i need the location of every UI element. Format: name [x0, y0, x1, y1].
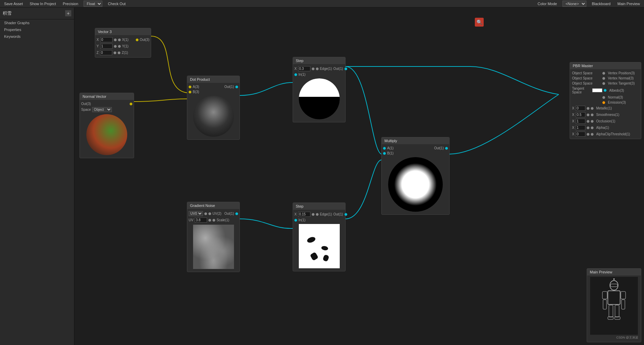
step-top-in-row: In(1): [293, 72, 345, 77]
v3-x-input[interactable]: [100, 37, 113, 42]
node-multiply-header[interactable]: Multiply: [382, 137, 449, 144]
pbr-in-alphaclip-2[interactable]: [591, 133, 594, 136]
pbr-in-metallic-2[interactable]: [591, 107, 594, 110]
pbr-albedo-swatch[interactable]: [592, 88, 602, 92]
node-dotproduct-header[interactable]: Dot Product: [187, 76, 239, 83]
dot-a-port[interactable]: [189, 86, 191, 88]
step-top-out-port[interactable]: [345, 68, 347, 70]
pbr-x-alpha: X: [572, 126, 574, 130]
main-preview-button[interactable]: Main Preview: [616, 1, 641, 6]
node-dot-product: Dot Product A(3) Out(1) B(3): [187, 76, 240, 140]
gradient-scale-mid[interactable]: [213, 219, 215, 222]
step-top-x-input[interactable]: [298, 66, 310, 71]
gradient-uv-mid[interactable]: [208, 212, 211, 215]
gradient-uv-select[interactable]: UV0 UV1: [189, 211, 203, 216]
pbr-in-vertex-norm[interactable]: [602, 77, 605, 80]
v3-y-input[interactable]: [100, 44, 113, 49]
sidebar-item-properties[interactable]: Properties: [0, 26, 74, 33]
normal-space-select[interactable]: Object World Tangent: [92, 107, 112, 112]
v3-y-in-port[interactable]: [114, 45, 117, 48]
pbr-row-vertex-tan: Object Space Vertex Tangent(3): [570, 81, 641, 86]
pbr-in-occ-2[interactable]: [591, 120, 594, 123]
step-top-in-port[interactable]: [294, 73, 297, 76]
multiply-a-label: A(1): [387, 146, 394, 150]
pbr-in-alpha-2[interactable]: [591, 126, 594, 129]
v3-x-in-port[interactable]: [114, 39, 117, 41]
dot-b-port[interactable]: [189, 91, 191, 93]
v3-y-label: Y: [97, 44, 99, 48]
pbr-in-occ-1[interactable]: [587, 120, 589, 123]
step-bottom-out-port[interactable]: [345, 213, 347, 216]
node-dotproduct-body: A(3) Out(1) B(3): [187, 83, 239, 139]
gradient-out-port[interactable]: [235, 212, 238, 215]
pbr-in-smooth-1[interactable]: [587, 114, 589, 116]
add-button[interactable]: +: [65, 10, 71, 16]
multiply-out-port[interactable]: [445, 147, 448, 150]
blackboard-button[interactable]: Blackboard: [590, 1, 612, 6]
multiply-a-port[interactable]: [383, 147, 386, 150]
step-bottom-in-port[interactable]: [294, 219, 297, 222]
pbr-alphaclip-input[interactable]: [576, 132, 585, 137]
v3-z-input[interactable]: [100, 50, 112, 55]
pbr-label-albedo: Albedo(3): [609, 89, 624, 92]
save-asset-button[interactable]: Save Asset: [3, 1, 24, 6]
v3-z-mid-port[interactable]: [118, 51, 120, 54]
step-bottom-edge-mid[interactable]: [316, 213, 319, 216]
pbr-occlusion-input[interactable]: [576, 119, 585, 124]
gradient-uv-in[interactable]: [204, 212, 207, 215]
v3-y-mid-port[interactable]: [118, 45, 121, 48]
pbr-label-vertex-norm: Vertex Normal(3): [608, 76, 634, 80]
pbr-label-alphaclip: AlphaClipThreshold(1): [596, 132, 630, 136]
node-step-top: Step X Edge(1) Out(1) In(1): [293, 57, 346, 122]
node-vector3-header[interactable]: Vector 3: [95, 28, 151, 35]
step-top-edge-mid[interactable]: [316, 68, 319, 70]
node-step-bottom: Step X Edge(1) Out(1) In(1): [293, 202, 346, 271]
pbr-in-alphaclip-1[interactable]: [587, 133, 589, 136]
gradient-scale-label: Scale(1): [217, 218, 229, 222]
v3-x-mid-port[interactable]: [118, 39, 121, 41]
pbr-in-smooth-2[interactable]: [591, 114, 594, 116]
pbr-in-normal[interactable]: [602, 96, 605, 99]
canvas-area: Vector 3 X X(1) Out(3) Y Y(1) Z: [74, 7, 644, 345]
pbr-in-metallic-1[interactable]: [587, 107, 589, 110]
main-preview-header[interactable]: Main Preview: [587, 269, 641, 275]
pbr-alpha-input[interactable]: [576, 125, 585, 130]
gradient-scale-row: UV Scale(1): [187, 217, 239, 223]
node-gradient-header[interactable]: Gradient Noise: [187, 202, 239, 209]
v3-z-in-port[interactable]: [114, 51, 116, 54]
step-bottom-edge-in[interactable]: [312, 213, 314, 216]
pbr-master-header[interactable]: PBR Master: [570, 62, 641, 69]
pbr-metallic-input[interactable]: [576, 106, 585, 111]
pbr-x-alphaclip: X: [572, 132, 574, 136]
pbr-in-vertex-tan[interactable]: [602, 82, 605, 85]
left-panel-header: 积雪 +: [0, 7, 74, 19]
pbr-row-alpha: X Alpha(1): [570, 124, 641, 131]
show-in-project-button[interactable]: Show In Project: [28, 1, 57, 6]
pbr-smoothness-input[interactable]: [576, 112, 585, 117]
pbr-in-albedo[interactable]: [604, 89, 606, 92]
multiply-b-port[interactable]: [383, 152, 386, 155]
normal-out-port[interactable]: [130, 103, 132, 105]
gradient-scale-in[interactable]: [208, 219, 211, 222]
dot-out-port[interactable]: [235, 86, 238, 88]
node-step-top-header[interactable]: Step: [293, 57, 345, 64]
pbr-in-alpha-1[interactable]: [587, 126, 589, 129]
pbr-row-metallic: X Metallic(1): [570, 105, 641, 111]
pbr-in-emission[interactable]: [602, 101, 605, 104]
node-multiply: Multiply A(1) Out(1) B(1): [381, 137, 450, 215]
check-out-button[interactable]: Check Out: [106, 1, 127, 6]
node-normal-vector: Normal Vector Out(3) Space Object World …: [79, 93, 134, 158]
v3-out-port[interactable]: [136, 39, 138, 41]
color-mode-select[interactable]: <None>: [562, 1, 586, 7]
sidebar-item-shader-graphs[interactable]: Shader Graphs: [0, 19, 74, 26]
step-top-edge-in[interactable]: [312, 68, 314, 70]
node-step-bottom-header[interactable]: Step: [293, 203, 345, 210]
gradient-scale-input[interactable]: [195, 217, 207, 223]
svg-rect-2: [608, 291, 620, 304]
node-normal-header[interactable]: Normal Vector: [80, 93, 134, 100]
sidebar-item-keywords[interactable]: Keywords: [0, 33, 74, 40]
pbr-in-vertex-pos[interactable]: [602, 72, 605, 75]
precision-select[interactable]: Float Half: [84, 1, 102, 7]
search-icon-area[interactable]: 🔍: [475, 18, 484, 27]
step-bottom-x-input[interactable]: [298, 212, 310, 217]
